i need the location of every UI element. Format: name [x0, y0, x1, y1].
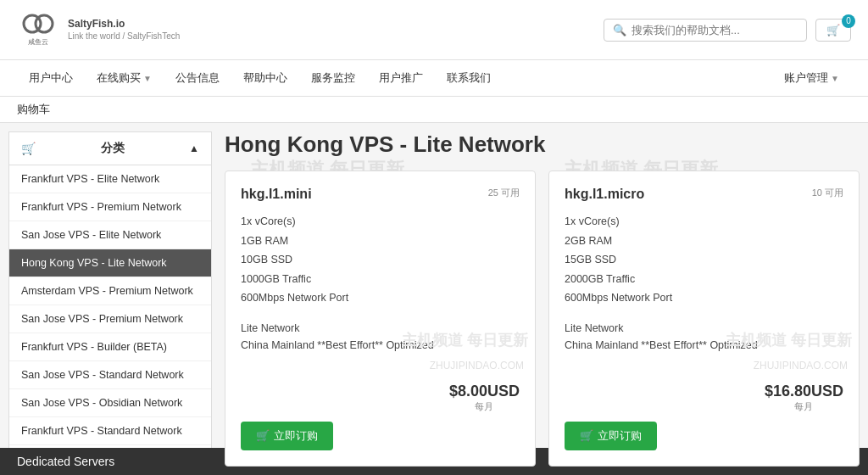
card-name-2: hkg.l1.micro [565, 187, 644, 202]
sidebar-item-frankfurt-standard[interactable]: Frankfurt VPS - Standard Network [9, 417, 211, 445]
spec-vcores-2: 1x vCore(s) [565, 212, 843, 232]
spec-ssd-2: 15GB SSD [565, 250, 843, 270]
chevron-down-icon-account: ▼ [831, 74, 839, 83]
card-specs-1: 1x vCore(s) 1GB RAM 10GB SSD 1000GB Traf… [241, 212, 520, 308]
sidebar-header: 🛒 分类 ▲ [8, 131, 212, 165]
nav-item-account[interactable]: 账户管理 ▼ [772, 60, 851, 96]
card-network-1: Lite Network China Mainland **Best Effor… [241, 320, 520, 371]
card-hkg-micro: hkg.l1.micro 10 可用 1x vCore(s) 2GB RAM 1… [548, 170, 860, 467]
nav-item-usercenter[interactable]: 用户中心 [17, 60, 85, 96]
search-input[interactable] [632, 24, 798, 36]
spec-port-2: 600Mbps Network Port [565, 288, 843, 308]
nav-item-help[interactable]: 帮助中心 [231, 60, 299, 96]
nav-item-shop[interactable]: 在线购买 ▼ [85, 60, 164, 96]
sidebar-header-label: 分类 [101, 141, 125, 156]
card-network-2: Lite Network China Mainland **Best Effor… [565, 320, 843, 371]
brand-name: SaltyFish.io [68, 17, 180, 31]
price-period-1: 每月 [449, 400, 520, 413]
card-price-2: $16.80USD 每月 [765, 383, 843, 413]
logo-icon: 咸鱼云 [17, 8, 59, 51]
spec-ram-2: 2GB RAM [565, 232, 843, 251]
network-type-2: Lite Network [565, 320, 843, 337]
sidebar-item-sanjose-elite[interactable]: San Jose VPS - Elite Network [9, 221, 211, 249]
nav-item-contact[interactable]: 联系我们 [435, 60, 503, 96]
cards-grid: hkg.l1.mini 25 可用 1x vCore(s) 1GB RAM 10… [225, 170, 860, 467]
price-amount-1: $8.00USD [449, 383, 520, 400]
chevron-down-icon: ▼ [143, 74, 152, 83]
card-availability-1: 25 可用 [488, 187, 520, 199]
card-name-1: hkg.l1.mini [241, 187, 312, 202]
spec-ssd-1: 10GB SSD [241, 250, 520, 270]
content: 主机频道 每日更新 ZHUJIPINDAO.COM 主机频道 每日更新 ZHUJ… [225, 131, 860, 475]
card-header-1: hkg.l1.mini 25 可用 [241, 187, 520, 202]
network-type-1: Lite Network [241, 320, 520, 337]
card-watermark2-2: ZHUJIPINDAO.COM [754, 358, 848, 374]
sidebar-item-frankfurt-elite[interactable]: Frankfurt VPS - Elite Network [9, 165, 211, 193]
chevron-up-icon: ▲ [189, 142, 199, 154]
card-footer-1: $8.00USD 每月 [241, 383, 520, 413]
card-watermark2-1: ZHUJIPINDAO.COM [430, 358, 524, 374]
svg-point-1 [36, 15, 53, 32]
bottom-bar-label: Dedicated Servers [17, 455, 114, 468]
cart-bar: 购物车 [0, 97, 868, 123]
sidebar: 🛒 分类 ▲ Frankfurt VPS - Elite Network Fra… [8, 131, 212, 475]
spec-traffic-1: 1000GB Traffic [241, 270, 520, 289]
spec-vcores-1: 1x vCore(s) [241, 212, 520, 232]
price-period-2: 每月 [765, 400, 843, 413]
sidebar-header-icon: 🛒 [21, 142, 36, 155]
cart-bar-label: 购物车 [17, 103, 50, 115]
page-title: Hong Kong VPS - Lite Network [225, 131, 860, 158]
logo-area: 咸鱼云 SaltyFish.io Link the world / SaltyF… [17, 8, 180, 51]
svg-text:咸鱼云: 咸鱼云 [28, 38, 48, 46]
sidebar-item-sanjose-standard[interactable]: San Jose VPS - Standard Network [9, 361, 211, 389]
logo-tagline: Link the world / SaltyFishTech [68, 31, 180, 42]
order-label-1: 立即订购 [274, 428, 318, 444]
network-desc-2: China Mainland **Best Effort** Optimized [565, 337, 843, 354]
order-button-1[interactable]: 🛒 立即订购 [241, 422, 333, 450]
cart-icon-1: 🛒 [256, 429, 270, 442]
sidebar-item-frankfurt-builder[interactable]: Frankfurt VPS - Builder (BETA) [9, 333, 211, 361]
sidebar-item-hongkong-lite[interactable]: Hong Kong VPS - Lite Network [9, 249, 211, 277]
card-hkg-mini: hkg.l1.mini 25 可用 1x vCore(s) 1GB RAM 10… [225, 170, 536, 467]
cart-button[interactable]: 🛒 0 [815, 19, 851, 42]
search-icon: 🔍 [613, 24, 626, 36]
main-layout: 🛒 分类 ▲ Frankfurt VPS - Elite Network Fra… [0, 123, 868, 475]
sidebar-item-sanjose-premium[interactable]: San Jose VPS - Premium Network [9, 305, 211, 333]
network-desc-1: China Mainland **Best Effort** Optimized [241, 337, 520, 354]
sidebar-list: Frankfurt VPS - Elite Network Frankfurt … [8, 165, 212, 473]
card-footer-2: $16.80USD 每月 [565, 383, 843, 413]
order-label-2: 立即订购 [598, 428, 642, 444]
cart-badge: 0 [842, 14, 855, 28]
sidebar-item-sanjose-obsidian[interactable]: San Jose VPS - Obsidian Network [9, 389, 211, 417]
sidebar-item-amsterdam-premium[interactable]: Amsterdam VPS - Premium Network [9, 277, 211, 305]
spec-port-1: 600Mbps Network Port [241, 288, 520, 308]
nav-item-referral[interactable]: 用户推广 [367, 60, 435, 96]
card-specs-2: 1x vCore(s) 2GB RAM 15GB SSD 2000GB Traf… [565, 212, 843, 308]
card-availability-2: 10 可用 [812, 187, 843, 199]
search-box[interactable]: 🔍 [604, 19, 807, 42]
spec-traffic-2: 2000GB Traffic [565, 270, 843, 289]
sidebar-item-frankfurt-premium[interactable]: Frankfurt VPS - Premium Network [9, 193, 211, 221]
header-right: 🔍 🛒 0 [604, 19, 851, 42]
nav: 用户中心 在线购买 ▼ 公告信息 帮助中心 服务监控 用户推广 联系我们 账户管… [0, 60, 868, 97]
card-price-1: $8.00USD 每月 [449, 383, 520, 413]
logo-text: SaltyFish.io Link the world / SaltyFishT… [68, 17, 180, 43]
nav-item-monitor[interactable]: 服务监控 [299, 60, 367, 96]
header: 咸鱼云 SaltyFish.io Link the world / SaltyF… [0, 0, 868, 60]
order-button-2[interactable]: 🛒 立即订购 [565, 422, 657, 450]
nav-item-announcement[interactable]: 公告信息 [164, 60, 231, 96]
cart-icon-2: 🛒 [580, 429, 593, 442]
price-amount-2: $16.80USD [765, 383, 843, 400]
card-header-2: hkg.l1.micro 10 可用 [565, 187, 843, 202]
spec-ram-1: 1GB RAM [241, 232, 520, 251]
